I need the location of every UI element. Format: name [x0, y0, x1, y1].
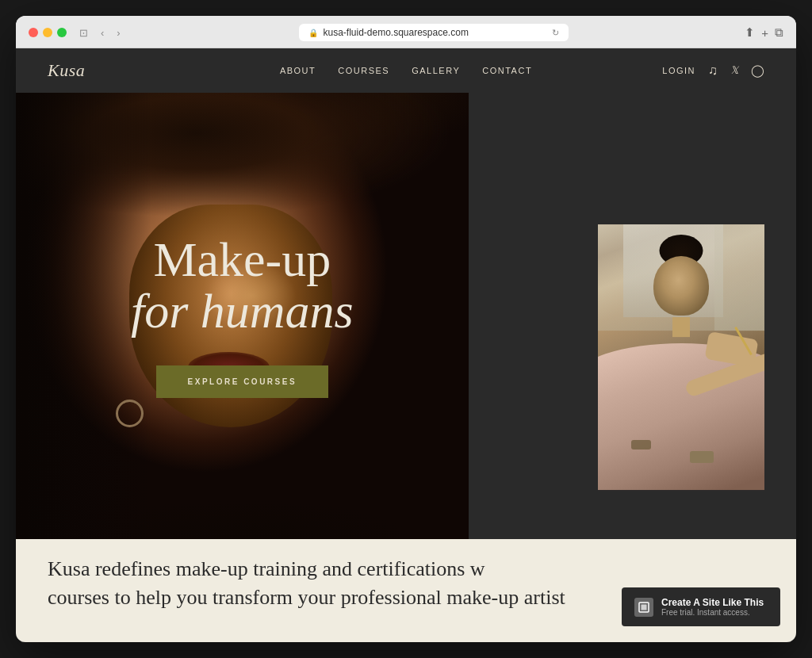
- bottom-text: Kusa redefines make-up training and cert…: [48, 555, 565, 613]
- tiktok-icon[interactable]: ♫: [708, 63, 718, 78]
- traffic-lights: [29, 28, 67, 37]
- browser-controls: ⊡ ‹ ›: [76, 25, 124, 40]
- bottom-text-line1: Kusa redefines make-up training and cert…: [48, 557, 485, 580]
- twitter-icon[interactable]: 𝕏: [730, 64, 738, 77]
- address-bar[interactable]: 🔒 kusa-fluid-demo.squarespace.com ↻: [299, 24, 569, 41]
- refresh-icon[interactable]: ↻: [552, 28, 559, 38]
- hero-title-line2: for humans: [131, 285, 354, 337]
- address-bar-wrapper: 🔒 kusa-fluid-demo.squarespace.com ↻: [133, 24, 736, 41]
- secondary-photo-canvas: [598, 224, 764, 490]
- navigation: Kusa ABOUT COURSES GALLERY CONTACT LOGIN…: [16, 48, 796, 93]
- sec-face: [653, 256, 709, 316]
- secondary-photo: [598, 224, 764, 490]
- maximize-button[interactable]: [57, 28, 67, 37]
- hero-text-layer: Make-up for humans EXPLORE COURSES: [16, 93, 469, 539]
- share-button[interactable]: ⬆: [745, 25, 755, 40]
- url-text: kusa-fluid-demo.squarespace.com: [323, 27, 468, 38]
- instagram-icon[interactable]: ◯: [751, 63, 764, 78]
- badge-text: Create A Site Like This Free trial. Inst…: [661, 597, 764, 617]
- close-button[interactable]: [29, 28, 38, 37]
- bottom-text-line2: courses to help you transform your profe…: [48, 586, 565, 609]
- nav-links: ABOUT COURSES GALLERY CONTACT: [280, 66, 532, 75]
- back-button[interactable]: ‹: [98, 25, 107, 40]
- hero-title-line1: Make-up: [131, 234, 354, 285]
- badge-title: Create A Site Like This: [661, 597, 764, 608]
- new-tab-button[interactable]: +: [761, 25, 768, 40]
- badge-subtitle: Free trial. Instant access.: [661, 608, 764, 617]
- browser-chrome: ⊡ ‹ › 🔒 kusa-fluid-demo.squarespace.com …: [16, 16, 796, 48]
- duplicate-button[interactable]: ⧉: [775, 25, 783, 40]
- nav-gallery[interactable]: GALLERY: [412, 66, 460, 75]
- nav-about[interactable]: ABOUT: [280, 66, 316, 75]
- website-content: Kusa ABOUT COURSES GALLERY CONTACT LOGIN…: [16, 48, 796, 642]
- svg-rect-1: [642, 604, 647, 610]
- lock-icon: 🔒: [308, 29, 318, 37]
- explore-courses-button[interactable]: EXPLORE COURSES: [156, 365, 329, 398]
- browser-actions: ⬆ + ⧉: [745, 25, 783, 40]
- login-button[interactable]: LOGIN: [662, 66, 695, 75]
- minimize-button[interactable]: [43, 28, 52, 37]
- tab-icon[interactable]: ⊡: [76, 25, 91, 40]
- squarespace-badge[interactable]: Create A Site Like This Free trial. Inst…: [622, 587, 780, 626]
- squarespace-logo-icon: [634, 598, 653, 617]
- hero-text-content: Make-up for humans EXPLORE COURSES: [131, 234, 354, 398]
- forward-button[interactable]: ›: [113, 25, 123, 40]
- hero-section: Make-up for humans EXPLORE COURSES: [16, 93, 796, 642]
- nav-contact[interactable]: CONTACT: [482, 66, 532, 75]
- nav-courses[interactable]: COURSES: [338, 66, 389, 75]
- browser-window: ⊡ ‹ › 🔒 kusa-fluid-demo.squarespace.com …: [16, 16, 796, 642]
